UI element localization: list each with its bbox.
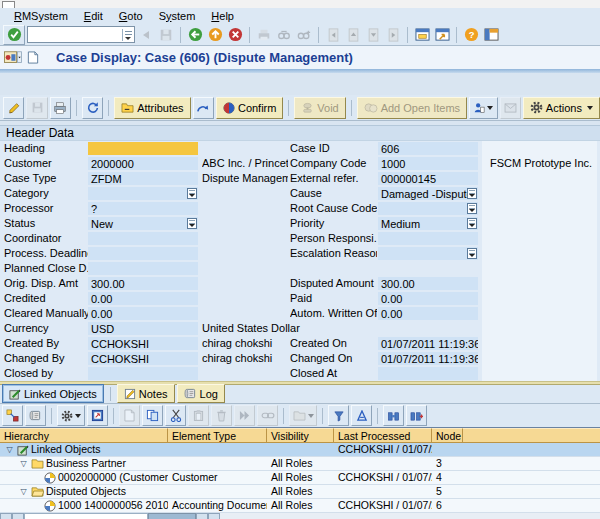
command-input[interactable]: [32, 28, 122, 41]
table-row[interactable]: 0002000000 (Customer) Customer All Roles…: [0, 471, 600, 485]
processor-field[interactable]: ?: [88, 202, 198, 215]
column-header-hierarchy[interactable]: Hierarchy: [0, 428, 168, 443]
expander-icon[interactable]: ▽: [18, 457, 29, 470]
menu-system[interactable]: System: [151, 9, 204, 24]
refresh-button[interactable]: [82, 97, 103, 119]
dropdown-icon[interactable]: [187, 188, 197, 199]
separator: [51, 408, 52, 424]
find-button[interactable]: [383, 405, 404, 426]
closed-by-field[interactable]: [88, 367, 198, 380]
company-code-field[interactable]: 1000: [378, 157, 478, 170]
cleared-manually-field[interactable]: 0.00: [88, 307, 198, 320]
scroll-left-button-2[interactable]: [196, 513, 208, 519]
menu-help[interactable]: Help: [203, 9, 242, 24]
person-responsible-field[interactable]: [378, 232, 478, 245]
command-field[interactable]: [27, 26, 135, 43]
expander-icon[interactable]: ▽: [4, 443, 15, 456]
created-by-field[interactable]: CCHOKSHI: [88, 337, 198, 350]
case-id-field[interactable]: 606: [378, 142, 478, 155]
column-header-element-type[interactable]: Element Type: [168, 428, 267, 443]
original-disputed-amount-field[interactable]: 300.00: [88, 277, 198, 290]
expander-icon[interactable]: ▽: [18, 485, 29, 498]
processing-deadline-field[interactable]: [88, 247, 198, 260]
cut-button[interactable]: [165, 405, 186, 426]
customize-layout-icon[interactable]: [482, 26, 500, 44]
written-off-field[interactable]: 0.00: [378, 307, 478, 320]
column-header-node[interactable]: Node ..: [432, 428, 463, 443]
external-reference-field[interactable]: 000000145: [378, 172, 478, 185]
settings-menu-button[interactable]: [57, 405, 85, 426]
scroll-left-button[interactable]: [0, 513, 12, 519]
priority-field[interactable]: Medium: [378, 217, 478, 230]
exit-button[interactable]: [206, 26, 224, 44]
currency-field[interactable]: USD: [88, 322, 198, 335]
attributes-button[interactable]: Attributes: [114, 97, 190, 119]
tab-notes[interactable]: Notes: [117, 384, 175, 403]
menu-edit[interactable]: Edit: [76, 9, 111, 24]
print-button[interactable]: [50, 97, 71, 119]
actions-button[interactable]: Actions: [523, 97, 600, 119]
edit-button[interactable]: [3, 97, 24, 119]
closed-at-field[interactable]: [378, 367, 478, 380]
enter-button[interactable]: [3, 25, 25, 45]
title-document-icon[interactable]: [24, 49, 42, 67]
heading-field[interactable]: [88, 142, 198, 155]
dropdown-icon[interactable]: [467, 203, 477, 214]
find-next-button[interactable]: [406, 405, 427, 426]
back-button[interactable]: [186, 26, 204, 44]
scroll-right-button[interactable]: [12, 513, 24, 519]
status-field[interactable]: New: [88, 217, 198, 230]
follow-up-button[interactable]: [193, 97, 214, 119]
services-for-object-button[interactable]: [4, 49, 22, 67]
customer-field[interactable]: 2000000: [88, 157, 198, 170]
sort-ascending-button[interactable]: [351, 405, 372, 426]
dropdown-icon[interactable]: [187, 218, 197, 229]
disputed-amount-field[interactable]: 300.00: [378, 277, 478, 290]
created-on-field[interactable]: 01/07/2011 11:19:36: [378, 337, 478, 350]
planned-close-date-field[interactable]: [88, 262, 198, 275]
horizontal-scrollbar[interactable]: [0, 513, 600, 519]
separator: [113, 408, 114, 424]
table-row[interactable]: 1000 1400000056 2010 001 (F Accounting D…: [0, 499, 600, 513]
command-history-icon[interactable]: [122, 29, 134, 41]
dropdown-icon[interactable]: [467, 218, 477, 229]
table-row[interactable]: ▽ Disputed Objects All Roles 5: [0, 485, 600, 499]
maintain-relationships-button[interactable]: [2, 405, 23, 426]
tab-log[interactable]: Log: [177, 384, 225, 403]
sort-descending-button[interactable]: [328, 405, 349, 426]
menu-rmsystem[interactable]: RMSystem: [6, 9, 76, 24]
credited-field[interactable]: 0.00: [88, 292, 198, 305]
separator: [456, 27, 457, 43]
scrollbar-track[interactable]: [24, 513, 148, 519]
dropdown-icon[interactable]: [467, 248, 477, 259]
void-button: Void: [294, 97, 345, 119]
scroll-right-button-2[interactable]: [208, 513, 220, 519]
column-header-last-processed[interactable]: Last Processed: [334, 428, 432, 443]
changed-on-field[interactable]: 01/07/2011 11:19:36: [378, 352, 478, 365]
dropdown-icon[interactable]: [467, 188, 477, 199]
changed-by-field[interactable]: CCHOKSHI: [88, 352, 198, 365]
confirm-button[interactable]: Confirm: [216, 97, 284, 119]
help-icon[interactable]: ?: [462, 26, 480, 44]
table-row[interactable]: ▽ Linked Objects CCHOKSHI / 01/07/2011..…: [0, 443, 600, 457]
assign-processor-button[interactable]: [469, 97, 497, 119]
display-log-button[interactable]: [25, 405, 46, 426]
copy-button[interactable]: [142, 405, 163, 426]
cancel-button[interactable]: [226, 26, 244, 44]
coins-icon: [364, 102, 378, 114]
export-button[interactable]: [87, 405, 108, 426]
case-type-field[interactable]: ZFDM: [88, 172, 198, 185]
cause-field[interactable]: Damaged -Dispute C...: [378, 187, 478, 200]
create-shortcut-icon[interactable]: [433, 26, 451, 44]
tab-linked-objects[interactable]: Linked Objects: [2, 384, 104, 403]
menu-goto[interactable]: Goto: [111, 9, 151, 24]
escalation-reason-field[interactable]: [378, 247, 478, 260]
new-session-icon[interactable]: [413, 26, 431, 44]
scrollbar-thumb[interactable]: [148, 513, 196, 519]
coordinator-field[interactable]: [88, 232, 198, 245]
table-row[interactable]: ▽ Business Partner All Roles 3: [0, 457, 600, 471]
column-header-visibility[interactable]: Visibility: [267, 428, 334, 443]
category-field[interactable]: [88, 187, 198, 200]
root-cause-code-field[interactable]: [378, 202, 478, 215]
paid-field[interactable]: 0.00: [378, 292, 478, 305]
